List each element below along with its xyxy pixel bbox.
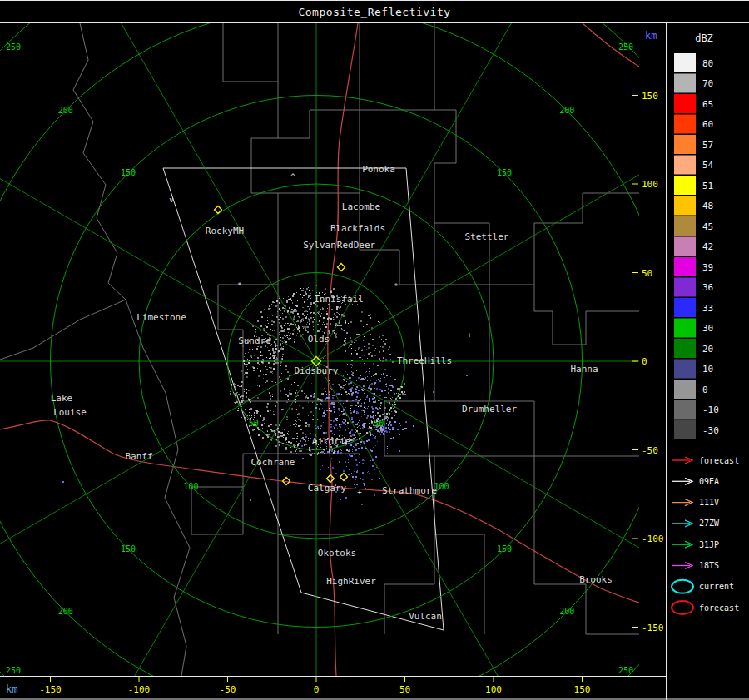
echo-dot bbox=[404, 428, 405, 429]
echo-dot bbox=[379, 407, 379, 408]
colorbar-swatch-0 bbox=[674, 380, 696, 399]
echo-dot bbox=[345, 323, 346, 324]
x-axis-label: -100 bbox=[128, 684, 151, 695]
echo-dot bbox=[364, 336, 365, 337]
map-marker: * bbox=[237, 281, 241, 290]
echo-dot bbox=[295, 451, 296, 452]
echo-dot bbox=[345, 413, 346, 415]
echo-dot bbox=[304, 439, 305, 440]
x-axis-label: 100 bbox=[485, 684, 502, 695]
echo-dot bbox=[247, 415, 248, 416]
echo-dot bbox=[343, 470, 345, 472]
echo-dot bbox=[310, 312, 311, 314]
echo-dot bbox=[275, 345, 276, 346]
echo-dot bbox=[349, 454, 350, 456]
echo-dot bbox=[344, 389, 345, 390]
echo-dot bbox=[302, 318, 304, 320]
echo-dot bbox=[299, 326, 300, 327]
echo-dot bbox=[279, 308, 280, 310]
echo-dot bbox=[304, 444, 305, 446]
echo-dot bbox=[376, 467, 377, 468]
echo-dot bbox=[295, 420, 296, 421]
echo-dot bbox=[389, 431, 389, 432]
echo-dot bbox=[394, 385, 394, 386]
echo-dot bbox=[330, 433, 330, 434]
echo-dot bbox=[342, 414, 343, 415]
echo-dot bbox=[250, 385, 251, 385]
echo-dot bbox=[387, 420, 388, 421]
echo-dot bbox=[325, 398, 326, 400]
echo-dot bbox=[324, 450, 325, 451]
echo-dot bbox=[278, 319, 280, 320]
echo-dot bbox=[360, 390, 360, 390]
echo-dot bbox=[305, 425, 307, 427]
echo-dot bbox=[360, 478, 361, 479]
echo-dot bbox=[242, 400, 244, 401]
echo-dot bbox=[355, 399, 357, 400]
echo-dot bbox=[334, 434, 335, 435]
echo-dot bbox=[300, 288, 301, 289]
echo-dot bbox=[289, 390, 290, 391]
echo-dot bbox=[293, 424, 295, 425]
echo-dot bbox=[359, 462, 360, 463]
echo-dot bbox=[364, 379, 365, 380]
echo-dot bbox=[254, 412, 255, 414]
echo-dot bbox=[289, 325, 290, 326]
ring-distance-label: 200 bbox=[559, 607, 574, 616]
echo-dot bbox=[327, 451, 329, 453]
echo-dot bbox=[364, 406, 365, 407]
map-canvas[interactable]: 5050100100150150150150200200200200250250… bbox=[0, 0, 749, 700]
echo-dot bbox=[305, 291, 306, 293]
echo-dot bbox=[273, 352, 275, 354]
echo-dot bbox=[380, 402, 382, 404]
echo-dot bbox=[370, 416, 371, 418]
echo-dot bbox=[350, 444, 352, 446]
echo-dot bbox=[339, 385, 340, 386]
echo-dot bbox=[384, 417, 384, 418]
echo-dot bbox=[394, 434, 395, 434]
echo-dot bbox=[384, 377, 385, 378]
echo-dot bbox=[281, 347, 282, 348]
echo-dot bbox=[374, 401, 376, 403]
echo-dot bbox=[369, 385, 370, 387]
echo-dot bbox=[283, 298, 284, 299]
echo-dot bbox=[249, 412, 250, 413]
echo-dot bbox=[353, 439, 355, 440]
echo-dot bbox=[249, 409, 250, 410]
echo-dot bbox=[351, 419, 353, 420]
echo-dot bbox=[277, 362, 279, 364]
echo-dot bbox=[330, 424, 332, 425]
echo-dot bbox=[313, 326, 314, 327]
echo-dot bbox=[269, 388, 270, 389]
echo-dot bbox=[345, 384, 346, 385]
echo-dot bbox=[382, 414, 384, 415]
place-label-ponoka: Ponoka bbox=[362, 164, 395, 175]
echo-dot bbox=[260, 352, 261, 353]
echo-dot bbox=[310, 411, 312, 413]
echo-dot bbox=[349, 469, 350, 470]
echo-dot bbox=[325, 420, 325, 421]
echo-dot bbox=[369, 398, 370, 400]
echo-dot bbox=[300, 395, 300, 396]
echo-dot bbox=[345, 461, 346, 463]
echo-dot bbox=[296, 335, 297, 336]
echo-dot bbox=[282, 307, 284, 309]
echo-dot bbox=[309, 447, 310, 448]
echo-dot bbox=[287, 371, 289, 373]
echo-dot bbox=[374, 350, 375, 351]
echo-dot bbox=[288, 441, 290, 443]
echo-dot bbox=[283, 346, 284, 347]
echo-dot bbox=[365, 448, 367, 449]
echo-dot bbox=[262, 359, 264, 360]
echo-dot bbox=[326, 429, 327, 429]
echo-dot bbox=[274, 330, 275, 331]
echo-dot bbox=[300, 415, 300, 415]
echo-dot bbox=[399, 434, 400, 435]
echo-dot bbox=[304, 393, 305, 394]
echo-dot bbox=[362, 434, 363, 434]
echo-dot bbox=[290, 437, 290, 438]
echo-dot bbox=[363, 340, 364, 341]
echo-dot bbox=[258, 429, 260, 430]
echo-dot bbox=[373, 363, 374, 365]
echo-dot bbox=[340, 335, 340, 336]
